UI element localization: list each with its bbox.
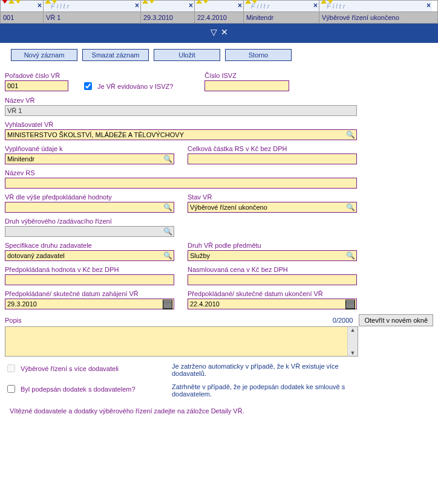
dodatek-note: Zatrhněte v případě, že je podepsán doda… (172, 383, 353, 398)
vyhlasovatel-label: Vyhlašovatel VŘ (5, 121, 357, 128)
druh-rizeni-input: 🔍 (5, 226, 174, 237)
nazev-rs-input[interactable] (5, 178, 357, 189)
cell-poradove: 001 (1, 12, 44, 23)
datum-zahajeni-label: Předpokládané/ skutečné datum zahájení V… (5, 290, 174, 297)
nazev-vr-input: VŘ 1 (5, 105, 357, 116)
vice-dodavatelu-label: Výběrové řízení s více dodavateli (21, 365, 119, 372)
druh-predmet-label: Druh VŘ podle předmětu (188, 242, 357, 249)
lookup-icon[interactable]: 🔍 (163, 155, 172, 163)
cell-ukonceni: 22.4.2010 (195, 12, 244, 23)
spec-label: Specifikace druhu zadavatele (5, 242, 174, 249)
celkova-label: Celková částka RS v Kč bez DPH (188, 145, 357, 152)
poradove-label: Pořadové číslo VŘ (5, 72, 68, 79)
datum-ukonceni-input[interactable]: 22.4.2010 (188, 299, 357, 309)
sort-icons[interactable] (2, 0, 22, 4)
lookup-icon[interactable]: 🔍 (163, 203, 172, 212)
delete-button[interactable]: Smazat záznam (82, 49, 149, 61)
grid-filter-row: × Filtr × × × Filtr × Filtr × (0, 0, 438, 12)
sort-icons[interactable] (245, 0, 258, 4)
clear-filter-icon[interactable]: × (238, 1, 242, 10)
clear-icon[interactable]: ✕ (221, 27, 228, 37)
vr-hodnoty-label: VŘ dle výše předpokládané hodnoty (5, 193, 174, 201)
sort-icons[interactable] (45, 0, 58, 4)
nasmlouvana-label: Nasmlouvaná cena v Kč bez DPH (188, 266, 357, 273)
nazev-vr-label: Název VŘ (5, 97, 357, 104)
predpokladana-input[interactable] (5, 274, 174, 285)
druh-rizeni-label: Druh výběrového /zadávacího řízení (5, 218, 174, 225)
popis-textarea[interactable]: ▲▼ (5, 326, 358, 357)
grid-footer-bar: ▽ ✕ (0, 24, 438, 43)
clear-filter-icon[interactable]: × (38, 1, 42, 10)
dodatek-checkbox[interactable] (7, 385, 15, 393)
clear-filter-icon[interactable]: × (427, 1, 431, 10)
isvz-check-label: Je VŘ evidováno v ISVZ? (97, 83, 173, 90)
cancel-button[interactable]: Storno (225, 49, 292, 61)
sort-icons[interactable] (142, 0, 155, 4)
clear-filter-icon[interactable]: × (135, 1, 139, 10)
cislo-isvz-label: Číslo ISVZ (204, 72, 289, 79)
filter-col-2[interactable]: × (141, 1, 195, 11)
filter-col-0[interactable]: × (1, 1, 44, 11)
scroll-up-icon[interactable]: ▲ (350, 327, 356, 333)
calendar-icon[interactable] (163, 300, 172, 309)
filter-col-4[interactable]: Filtr × (244, 1, 319, 11)
cell-udaje: Minitendr (244, 12, 319, 23)
funnel-icon[interactable]: ▽ (211, 27, 217, 37)
scroll-down-icon[interactable]: ▼ (350, 350, 356, 356)
grid-data-row[interactable]: 001 VŘ 1 29.3.2010 22.4.2010 Minitendr V… (0, 12, 438, 24)
footer-note: Vítězné dodavatele a dodatky výběrového … (10, 407, 433, 415)
vice-dodavatelu-note: Je zatrženo automaticky v případě, že k … (172, 363, 353, 377)
save-button[interactable]: Uložit (154, 49, 220, 61)
lookup-icon[interactable]: 🔍 (163, 227, 172, 236)
filter-col-1[interactable]: Filtr × (44, 1, 141, 11)
dodatek-label: Byl podepsán dodatek s dodavatelem? (21, 386, 136, 393)
filter-col-5[interactable]: Filtr × (319, 1, 432, 11)
isvz-checkbox[interactable] (84, 82, 92, 90)
predpokladana-label: Předpokládaná hodnota v Kč bez DPH (5, 266, 174, 273)
toolbar: Nový záznam Smazat záznam Uložit Storno (11, 49, 438, 61)
nasmlouvana-input[interactable] (188, 274, 357, 285)
scrollbar[interactable]: ▲▼ (347, 327, 358, 356)
datum-ukonceni-label: Předpokládané/ skutečné datum ukončení V… (188, 290, 357, 297)
cell-zahajeni: 29.3.2010 (141, 12, 195, 23)
lookup-icon[interactable]: 🔍 (346, 203, 355, 212)
celkova-input[interactable] (188, 153, 357, 164)
poradove-input[interactable]: 001 (5, 80, 68, 91)
udaje-input[interactable]: Minitendr 🔍 (5, 153, 174, 164)
clear-filter-icon[interactable]: × (189, 1, 193, 10)
sort-icons[interactable] (196, 0, 209, 4)
calendar-icon[interactable] (345, 300, 355, 309)
stav-input[interactable]: Výběrové řízení ukončeno 🔍 (188, 202, 357, 213)
filter-col-3[interactable]: × (195, 1, 244, 11)
vyhlasovatel-input[interactable]: MINISTERSTVO ŠKOLSTVÍ, MLÁDEŽE A TĚLOVÝC… (5, 129, 357, 140)
spec-input[interactable]: dotovaný zadavatel 🔍 (5, 250, 174, 261)
lookup-icon[interactable]: 🔍 (346, 251, 355, 260)
udaje-label: Vyplňované údaje k (5, 145, 174, 152)
cislo-isvz-input[interactable] (204, 80, 289, 91)
datum-zahajeni-input[interactable]: 29.3.2010 (5, 299, 174, 309)
sort-icons[interactable] (321, 0, 334, 4)
popis-counter: 0/2000 (333, 317, 353, 324)
new-button[interactable]: Nový záznam (11, 49, 77, 61)
clear-filter-icon[interactable]: × (313, 1, 318, 10)
druh-predmet-input[interactable]: Služby 🔍 (188, 250, 357, 261)
lookup-icon[interactable]: 🔍 (163, 251, 172, 260)
vice-dodavatelu-checkbox (7, 364, 15, 372)
lookup-icon[interactable]: 🔍 (346, 131, 355, 139)
nazev-rs-label: Název RS (5, 169, 357, 176)
stav-label: Stav VŘ (188, 193, 357, 201)
cell-nazev: VŘ 1 (44, 12, 141, 23)
popis-label: Popis (5, 317, 22, 324)
vr-hodnoty-input[interactable]: 🔍 (5, 202, 174, 213)
popis-open-button[interactable]: Otevřít v novém okně (359, 314, 433, 326)
cell-stav: Výběrové řízení ukončeno (319, 12, 432, 23)
